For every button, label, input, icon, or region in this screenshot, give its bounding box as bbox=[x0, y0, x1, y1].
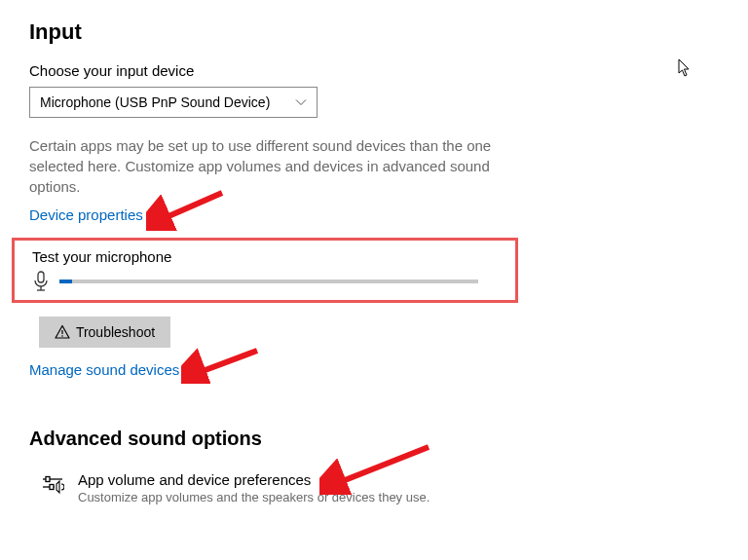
input-device-dropdown[interactable]: Microphone (USB PnP Sound Device) bbox=[29, 87, 318, 118]
svg-rect-2 bbox=[38, 272, 44, 282]
input-device-selected: Microphone (USB PnP Sound Device) bbox=[40, 94, 270, 110]
app-volume-title: App volume and device preferences bbox=[78, 471, 430, 488]
input-section: Input Choose your input device Microphon… bbox=[29, 19, 719, 379]
input-heading: Input bbox=[29, 19, 719, 45]
chevron-down-icon bbox=[295, 96, 307, 108]
svg-rect-12 bbox=[50, 485, 54, 490]
microphone-level-bar bbox=[59, 280, 478, 283]
test-microphone-label: Test your microphone bbox=[32, 248, 498, 265]
sliders-icon bbox=[41, 473, 64, 497]
app-volume-preferences-link[interactable]: App volume and device preferences Custom… bbox=[41, 471, 719, 504]
svg-line-1 bbox=[160, 193, 222, 220]
troubleshoot-button[interactable]: Troubleshoot bbox=[39, 317, 170, 348]
svg-point-6 bbox=[61, 335, 63, 337]
troubleshoot-label: Troubleshoot bbox=[76, 324, 155, 340]
app-volume-subtitle: Customize app volumes and the speakers o… bbox=[78, 490, 430, 504]
choose-device-label: Choose your input device bbox=[29, 62, 719, 79]
test-microphone-panel: Test your microphone bbox=[12, 238, 518, 303]
warning-icon bbox=[55, 324, 70, 340]
microphone-icon bbox=[32, 271, 50, 292]
microphone-level-fill bbox=[59, 280, 72, 283]
advanced-heading: Advanced sound options bbox=[29, 428, 719, 450]
cursor-icon bbox=[678, 58, 692, 78]
svg-rect-10 bbox=[46, 477, 50, 482]
device-properties-link[interactable]: Device properties bbox=[29, 206, 143, 223]
manage-sound-devices-link[interactable]: Manage sound devices bbox=[29, 361, 179, 378]
advanced-section: Advanced sound options App volume and de… bbox=[29, 428, 719, 504]
device-description: Certain apps may be set up to use differ… bbox=[29, 135, 497, 197]
